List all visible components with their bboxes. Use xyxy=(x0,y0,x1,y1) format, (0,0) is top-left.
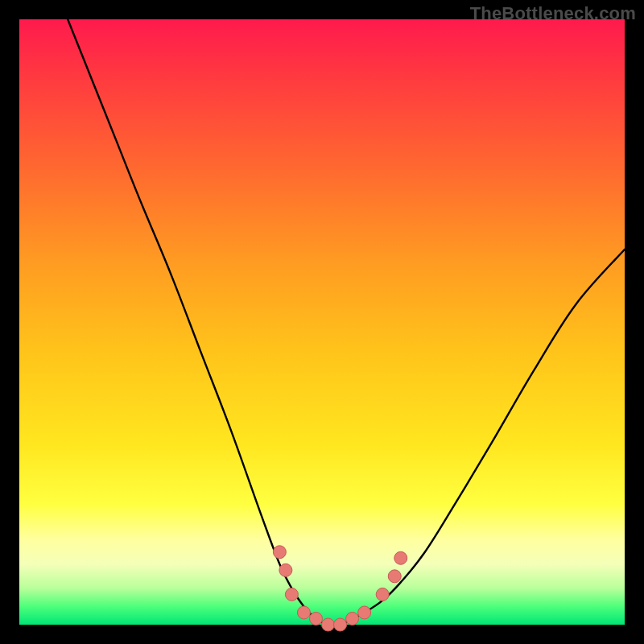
curve-marker xyxy=(285,588,298,601)
chart-plot-area xyxy=(19,19,625,625)
curve-marker xyxy=(376,588,389,601)
curve-marker xyxy=(346,612,359,625)
chart-frame: TheBottleneck.com xyxy=(0,0,644,644)
curve-marker xyxy=(394,551,407,564)
curve-marker xyxy=(388,570,401,583)
watermark-text: TheBottleneck.com xyxy=(470,3,636,24)
curve-marker xyxy=(273,546,286,559)
curve-marker xyxy=(358,606,371,619)
curve-marker xyxy=(297,606,310,619)
curve-marker xyxy=(322,618,335,631)
bottleneck-curve-path xyxy=(68,19,625,625)
curve-marker xyxy=(334,618,347,631)
curve-marker xyxy=(309,612,322,625)
bottleneck-curve-svg xyxy=(19,19,625,625)
curve-marker xyxy=(279,564,292,576)
curve-markers xyxy=(273,546,407,631)
